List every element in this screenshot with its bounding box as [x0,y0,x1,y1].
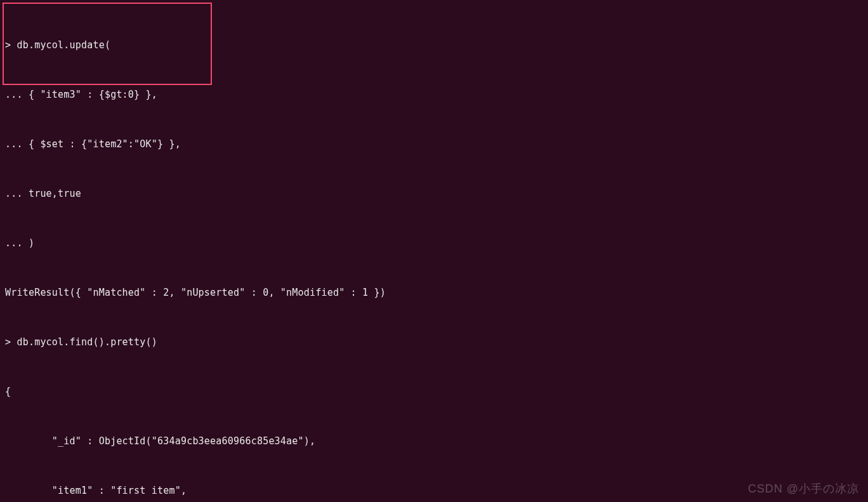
terminal-line: > db.mycol.update( [5,37,863,53]
terminal-line: ... { $set : {"item2":"OK"} }, [5,136,863,152]
terminal-line: WriteResult({ "nMatched" : 2, "nUpserted… [5,284,863,301]
terminal-line: ... { "item3" : {$gt:0} }, [5,86,863,103]
terminal-line: ... true,true [5,185,863,202]
terminal-output[interactable]: > db.mycol.update( ... { "item3" : {$gt:… [0,0,868,502]
terminal-line: "_id" : ObjectId("634a9cb3eea60966c85e34… [5,433,863,449]
terminal-line: "item1" : "first item", [5,482,863,499]
terminal-line: > db.mycol.find().pretty() [5,334,863,350]
terminal-line: ... ) [5,235,863,251]
terminal-line: { [5,383,863,400]
